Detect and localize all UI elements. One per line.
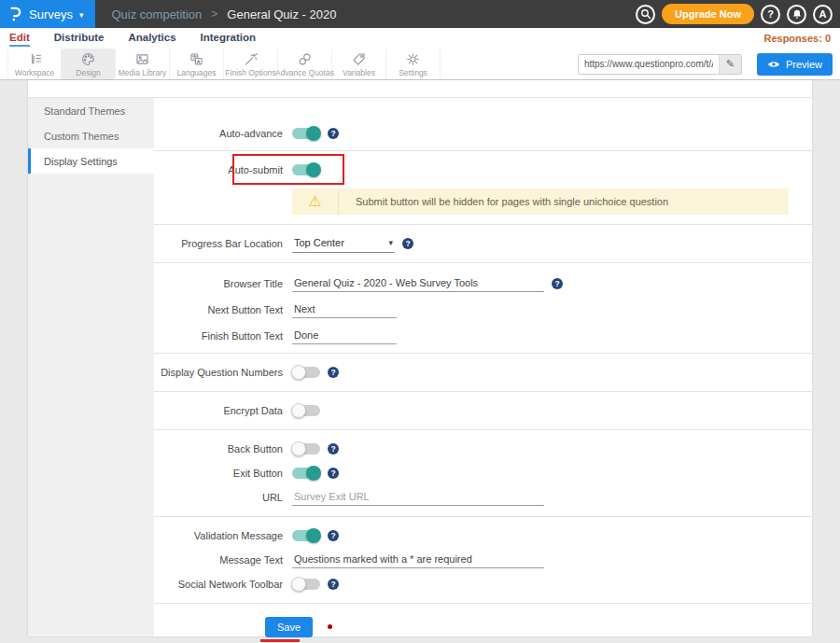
sidebar-item-display-settings[interactable]: Display Settings xyxy=(28,148,154,174)
edit-url-button[interactable]: ✎ xyxy=(719,55,741,74)
next-button-text-label: Next Button Text xyxy=(154,304,292,315)
message-text-input[interactable] xyxy=(292,552,544,568)
back-button-toggle[interactable] xyxy=(292,443,320,454)
toolbar-tab-advance-quotas[interactable]: Advance Quotas xyxy=(278,49,332,79)
workspace-icon xyxy=(26,51,44,67)
validation-message-row: Validation Message ? xyxy=(154,524,812,547)
tab-edit[interactable]: Edit xyxy=(9,30,30,47)
dropdown-caret-icon: ▾ xyxy=(388,238,393,247)
toolbar-tab-finish-options[interactable]: Finish Options xyxy=(224,49,278,79)
back-button-row: Back Button ? xyxy=(154,438,812,460)
design-palette-icon xyxy=(79,51,97,67)
progress-bar-help-icon[interactable]: ? xyxy=(402,238,413,249)
sidebar-item-standard-themes[interactable]: Standard Themes xyxy=(28,98,154,123)
toolbar-tab-settings[interactable]: Settings xyxy=(386,49,441,79)
auto-advance-label: Auto-advance xyxy=(154,128,292,139)
save-button[interactable]: Save xyxy=(265,617,313,637)
auto-advance-row: Auto-advance ? xyxy=(154,122,812,145)
red-underline-annotation xyxy=(260,639,300,642)
progress-bar-location-label: Progress Bar Location xyxy=(154,238,292,249)
breadcrumb-folder[interactable]: Quiz competition xyxy=(112,7,203,21)
back-button-help-icon[interactable]: ? xyxy=(328,443,339,454)
social-network-toolbar-label: Social Network Toolbar xyxy=(154,579,292,590)
survey-url-box: ✎ xyxy=(578,54,742,75)
toolbar-tab-media-library[interactable]: Media Library xyxy=(116,49,170,79)
responses-count-link[interactable]: Responses: 0 xyxy=(763,33,831,44)
exit-url-input[interactable] xyxy=(292,489,544,506)
divider xyxy=(154,224,812,225)
social-network-toolbar-help-icon[interactable]: ? xyxy=(328,579,339,590)
validation-message-toggle[interactable] xyxy=(292,530,320,541)
design-settings-panel: Standard Themes Custom Themes Display Se… xyxy=(28,80,812,636)
pencil-icon: ✎ xyxy=(726,58,735,70)
validation-message-label: Validation Message xyxy=(154,530,292,541)
browser-title-help-icon[interactable]: ? xyxy=(552,278,563,289)
validation-message-help-icon[interactable]: ? xyxy=(328,530,339,541)
red-dot-annotation xyxy=(328,624,332,629)
display-question-numbers-toggle[interactable] xyxy=(292,367,320,378)
exit-button-row: Exit Button ? xyxy=(154,462,812,484)
exit-button-toggle[interactable] xyxy=(292,468,320,479)
tag-icon xyxy=(350,51,368,67)
survey-nav: Edit Distribute Analytics Integration Re… xyxy=(0,28,840,49)
progress-bar-location-select[interactable]: Top Center ▾ xyxy=(292,235,395,253)
product-switcher[interactable]: Surveys ▾ xyxy=(0,0,95,28)
warning-text: Submit button will be hidden for pages w… xyxy=(339,189,668,215)
tab-integration[interactable]: Integration xyxy=(201,30,256,47)
preview-button[interactable]: Preview xyxy=(757,53,833,76)
message-text-row: Message Text xyxy=(154,549,812,571)
divider xyxy=(154,353,812,354)
exit-url-label: URL xyxy=(154,492,292,503)
design-sidebar: Standard Themes Custom Themes Display Se… xyxy=(28,98,154,636)
sidebar-item-custom-themes[interactable]: Custom Themes xyxy=(28,123,154,148)
toolbar-tab-languages[interactable]: Languages xyxy=(170,49,224,79)
social-network-toolbar-row: Social Network Toolbar ? xyxy=(154,573,812,595)
save-area: Save xyxy=(154,615,812,643)
chain-links-icon xyxy=(296,51,314,67)
account-avatar[interactable]: A xyxy=(813,5,833,24)
edit-toolbar: Workspace Design Media Library Languages… xyxy=(0,49,840,80)
auto-submit-label: Auto-submit xyxy=(154,164,292,175)
survey-url-input[interactable] xyxy=(579,55,719,74)
tab-analytics[interactable]: Analytics xyxy=(128,30,175,47)
divider xyxy=(154,603,812,604)
exit-url-row: URL xyxy=(154,486,812,509)
display-question-numbers-help-icon[interactable]: ? xyxy=(328,367,339,378)
upgrade-now-button[interactable]: Upgrade Now xyxy=(662,4,754,24)
auto-submit-toggle[interactable] xyxy=(292,164,320,175)
breadcrumb-survey-name[interactable]: General Quiz - 2020 xyxy=(227,7,336,21)
divider xyxy=(154,150,812,151)
back-button-label: Back Button xyxy=(154,443,292,454)
finish-button-text-input[interactable] xyxy=(292,328,397,344)
exit-button-help-icon[interactable]: ? xyxy=(328,468,339,479)
toolbar-tab-workspace[interactable]: Workspace xyxy=(7,49,62,79)
exit-button-label: Exit Button xyxy=(154,468,292,479)
product-name: Surveys xyxy=(29,7,73,21)
progress-bar-location-row: Progress Bar Location Top Center ▾ ? xyxy=(154,232,812,255)
chevron-down-icon: ▾ xyxy=(79,10,84,20)
eye-icon xyxy=(767,60,780,69)
search-button[interactable] xyxy=(636,5,655,24)
help-button[interactable]: ? xyxy=(761,5,780,24)
tab-distribute[interactable]: Distribute xyxy=(54,30,105,47)
notifications-button[interactable] xyxy=(787,5,806,24)
encrypt-data-toggle[interactable] xyxy=(292,405,320,416)
next-button-text-row: Next Button Text xyxy=(154,299,812,321)
display-question-numbers-row: Display Question Numbers ? xyxy=(154,361,812,384)
search-icon xyxy=(640,8,651,20)
browser-title-input[interactable] xyxy=(292,275,544,292)
message-text-label: Message Text xyxy=(154,554,292,566)
breadcrumb-separator: > xyxy=(211,7,217,21)
auto-submit-row: Auto-submit xyxy=(154,159,812,181)
encrypt-data-label: Encrypt Data xyxy=(154,405,292,416)
display-question-numbers-label: Display Question Numbers xyxy=(154,367,292,378)
auto-advance-toggle[interactable] xyxy=(292,128,320,139)
divider xyxy=(154,429,812,430)
auto-advance-help-icon[interactable]: ? xyxy=(328,128,339,139)
toolbar-tab-variables[interactable]: Variables xyxy=(332,49,386,79)
image-icon xyxy=(133,51,151,67)
finish-button-text-row: Finish Button Text xyxy=(154,325,812,347)
next-button-text-input[interactable] xyxy=(292,301,397,318)
toolbar-tab-design[interactable]: Design xyxy=(62,49,116,79)
social-network-toolbar-toggle[interactable] xyxy=(292,579,320,590)
